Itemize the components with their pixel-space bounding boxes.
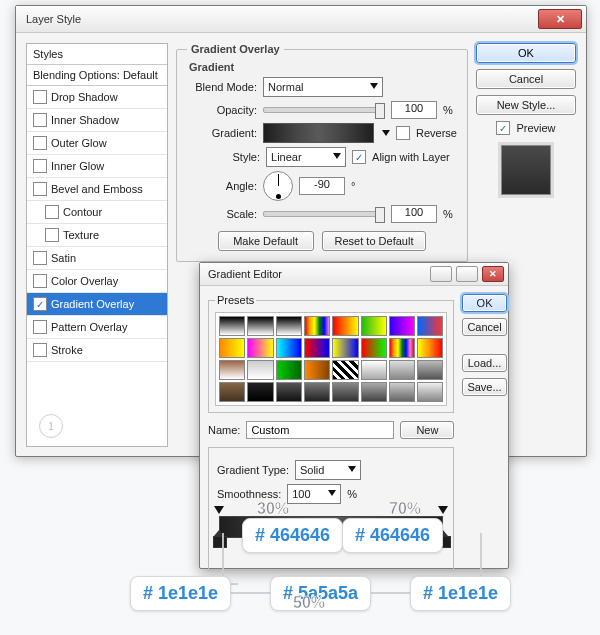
slider-thumb[interactable] <box>375 103 385 119</box>
checkbox-icon[interactable] <box>33 159 47 173</box>
sidebar-item-satin[interactable]: Satin <box>27 247 167 270</box>
preset-swatch[interactable] <box>276 382 302 402</box>
preset-swatch[interactable] <box>219 360 245 380</box>
label-opacity: Opacity: <box>187 104 257 116</box>
preset-swatch[interactable] <box>219 316 245 336</box>
preset-swatch[interactable] <box>219 338 245 358</box>
reverse-checkbox[interactable] <box>396 126 410 140</box>
preset-swatch[interactable] <box>304 382 330 402</box>
opacity-value[interactable]: 100 <box>391 101 437 119</box>
label-blend-mode: Blend Mode: <box>187 81 257 93</box>
preset-swatch[interactable] <box>389 316 415 336</box>
ok-button[interactable]: OK <box>476 43 576 63</box>
preset-swatch[interactable] <box>417 338 443 358</box>
ge-load-button[interactable]: Load... <box>462 354 506 372</box>
window-close-button[interactable]: ✕ <box>538 9 582 29</box>
presets-label: Presets <box>215 294 256 306</box>
checkbox-icon[interactable] <box>33 274 47 288</box>
ge-save-button[interactable]: Save... <box>462 378 506 396</box>
preset-swatch[interactable] <box>247 338 273 358</box>
close-icon[interactable]: ✕ <box>482 266 504 282</box>
opacity-stop[interactable] <box>438 506 448 516</box>
preset-swatch[interactable] <box>332 360 358 380</box>
checkbox-icon[interactable]: ✓ <box>33 297 47 311</box>
preset-swatch[interactable] <box>276 360 302 380</box>
preset-swatch[interactable] <box>304 338 330 358</box>
preset-swatch[interactable] <box>332 382 358 402</box>
checkbox-icon[interactable] <box>33 320 47 334</box>
preset-swatch[interactable] <box>361 360 387 380</box>
preset-swatch[interactable] <box>389 360 415 380</box>
checkbox-icon[interactable] <box>33 136 47 150</box>
scale-slider[interactable] <box>263 211 385 217</box>
scale-value[interactable]: 100 <box>391 205 437 223</box>
sidebar-item-inner-shadow[interactable]: Inner Shadow <box>27 109 167 132</box>
sidebar-item-outer-glow[interactable]: Outer Glow <box>27 132 167 155</box>
preset-swatch[interactable] <box>361 316 387 336</box>
ge-cancel-button[interactable]: Cancel <box>462 318 506 336</box>
preset-swatch[interactable] <box>417 382 443 402</box>
angle-dial[interactable] <box>263 171 293 201</box>
style-select[interactable]: Linear <box>266 147 346 167</box>
new-preset-button[interactable]: New <box>400 421 454 439</box>
reset-default-button[interactable]: Reset to Default <box>322 231 427 251</box>
preset-swatch[interactable] <box>276 338 302 358</box>
preset-swatch[interactable] <box>361 382 387 402</box>
checkbox-icon[interactable] <box>33 113 47 127</box>
preset-swatch[interactable] <box>417 316 443 336</box>
preset-swatch[interactable] <box>417 360 443 380</box>
checkbox-icon[interactable] <box>33 251 47 265</box>
preview-toggle[interactable]: ✓ Preview <box>476 121 576 135</box>
opacity-stop[interactable] <box>214 506 224 516</box>
slider-thumb[interactable] <box>375 207 385 223</box>
sidebar-item-bevel-emboss[interactable]: Bevel and Emboss <box>27 178 167 201</box>
sidebar-item-drop-shadow[interactable]: Drop Shadow <box>27 86 167 109</box>
preset-swatch[interactable] <box>247 360 273 380</box>
preset-swatch[interactable] <box>304 316 330 336</box>
preset-swatch[interactable] <box>276 316 302 336</box>
chevron-down-icon[interactable] <box>382 130 390 136</box>
checkbox-icon[interactable] <box>45 228 59 242</box>
align-checkbox[interactable]: ✓ <box>352 150 366 164</box>
preview-checkbox[interactable]: ✓ <box>496 121 510 135</box>
preset-swatch[interactable] <box>361 338 387 358</box>
sidebar-item-label: Drop Shadow <box>51 91 118 103</box>
annotation-color-464646-b: # 464646 <box>342 518 443 553</box>
step-badge: 1 <box>39 414 63 438</box>
sidebar-header-styles[interactable]: Styles <box>27 44 167 65</box>
sidebar-item-texture[interactable]: Texture <box>27 224 167 247</box>
preset-swatch[interactable] <box>247 316 273 336</box>
sidebar-item-stroke[interactable]: Stroke <box>27 339 167 362</box>
minimize-icon[interactable] <box>430 266 452 282</box>
sidebar-item-color-overlay[interactable]: Color Overlay <box>27 270 167 293</box>
gtype-select[interactable]: Solid <box>295 460 361 480</box>
preset-swatch[interactable] <box>332 316 358 336</box>
make-default-button[interactable]: Make Default <box>218 231 314 251</box>
checkbox-icon[interactable] <box>33 343 47 357</box>
sidebar-item-inner-glow[interactable]: Inner Glow <box>27 155 167 178</box>
preset-swatch[interactable] <box>332 338 358 358</box>
sidebar-item-pattern-overlay[interactable]: Pattern Overlay <box>27 316 167 339</box>
gradient-swatch[interactable] <box>263 123 374 143</box>
ge-ok-button[interactable]: OK <box>462 294 506 312</box>
sidebar-item-contour[interactable]: Contour <box>27 201 167 224</box>
sidebar-header-blending[interactable]: Blending Options: Default <box>27 65 167 86</box>
preset-swatch[interactable] <box>304 360 330 380</box>
cancel-button[interactable]: Cancel <box>476 69 576 89</box>
preset-swatch[interactable] <box>389 382 415 402</box>
sidebar-item-gradient-overlay[interactable]: ✓Gradient Overlay <box>27 293 167 316</box>
checkbox-icon[interactable] <box>33 182 47 196</box>
new-style-button[interactable]: New Style... <box>476 95 576 115</box>
smoothness-input[interactable]: 100 <box>287 484 341 504</box>
opacity-slider[interactable] <box>263 107 385 113</box>
angle-value[interactable]: -90 <box>299 177 345 195</box>
checkbox-icon[interactable] <box>45 205 59 219</box>
preset-swatch[interactable] <box>247 382 273 402</box>
ge-title: Gradient Editor <box>208 268 282 280</box>
blend-mode-select[interactable]: Normal <box>263 77 383 97</box>
name-input[interactable] <box>246 421 394 439</box>
preset-swatch[interactable] <box>219 382 245 402</box>
maximize-icon[interactable] <box>456 266 478 282</box>
preset-swatch[interactable] <box>389 338 415 358</box>
checkbox-icon[interactable] <box>33 90 47 104</box>
